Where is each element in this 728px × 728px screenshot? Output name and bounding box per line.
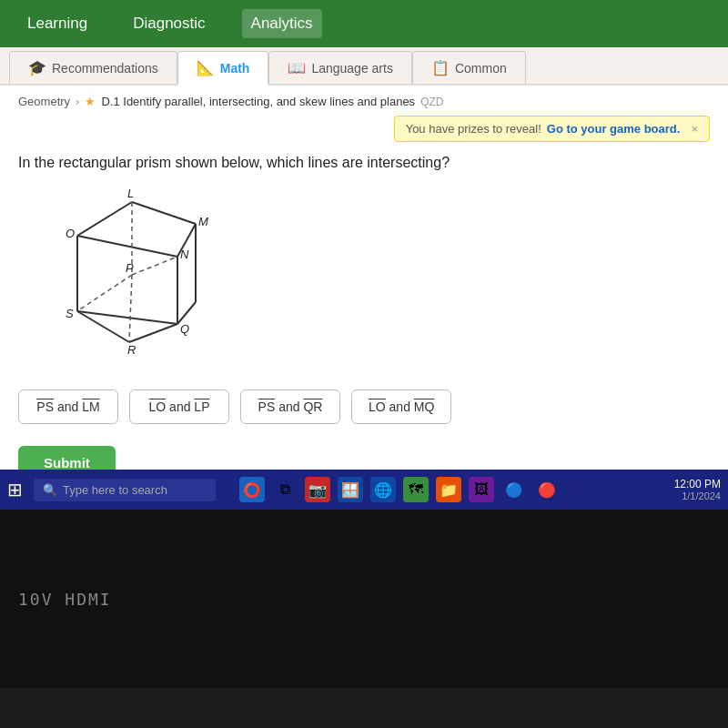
taskbar-chrome2[interactable]: 🔴 — [534, 477, 560, 502]
taskbar-icons: ⭕ ⧉ 📷 🪟 🌐 🗺 📁 🖼 🔵 🔴 — [239, 477, 560, 502]
tab-bar: 🎓 Recommendations 📐 Math 📖 Language arts… — [0, 47, 728, 86]
math-icon: 📐 — [197, 59, 215, 76]
answer-btn-a1[interactable]: PS and LM — [18, 389, 118, 424]
tab-language-arts[interactable]: 📖 Language arts — [268, 51, 412, 84]
nav-diagnostic[interactable]: Diagnostic — [124, 9, 214, 38]
taskbar-photos[interactable]: 🖼 — [469, 477, 494, 502]
breadcrumb-root: Geometry — [18, 95, 70, 108]
taskbar-edge[interactable]: 🌐 — [370, 477, 396, 502]
prism-diagram: L M O P N S Q R — [46, 186, 228, 368]
windows-start-icon[interactable]: ⊞ — [7, 479, 23, 500]
svg-line-13 — [132, 257, 177, 275]
tab-common[interactable]: 📋 Common — [412, 51, 526, 84]
svg-line-3 — [77, 202, 132, 236]
breadcrumb-sep: › — [76, 95, 79, 108]
prize-link[interactable]: Go to your game board. — [547, 122, 681, 136]
taskbar: ⊞ 🔍 Type here to search ⭕ ⧉ 📷 🪟 🌐 🗺 📁 🖼 … — [0, 470, 728, 510]
top-nav: Learning Diagnostic Analytics — [0, 0, 728, 47]
svg-line-10 — [77, 311, 129, 342]
svg-text:L: L — [127, 187, 134, 200]
nav-analytics[interactable]: Analytics — [242, 9, 322, 38]
svg-text:R: R — [127, 343, 136, 357]
prize-close[interactable]: × — [691, 122, 698, 136]
taskbar-cortana[interactable]: ⭕ — [239, 477, 265, 502]
answer-choices: PS and LM LO and LP PS and QR LO and MQ — [18, 389, 710, 424]
svg-text:M: M — [198, 215, 208, 228]
answer-btn-a2[interactable]: LO and LP — [129, 389, 229, 424]
taskbar-chrome[interactable]: 🔵 — [501, 477, 527, 502]
answer-btn-a3[interactable]: PS and QR — [240, 389, 340, 424]
taskbar-files[interactable]: 📁 — [436, 477, 461, 502]
tab-recommendations[interactable]: 🎓 Recommendations — [9, 51, 177, 84]
question-text: In the rectangular prism shown below, wh… — [18, 155, 710, 171]
bezel-text: 10V HDMI — [18, 590, 112, 609]
prize-banner: You have prizes to reveal! Go to your ga… — [394, 116, 710, 142]
breadcrumb-code: QZD — [420, 96, 443, 108]
svg-line-9 — [129, 324, 177, 342]
svg-text:O: O — [66, 227, 75, 240]
taskbar-store[interactable]: 🪟 — [338, 477, 363, 502]
language-arts-icon: 📖 — [288, 59, 306, 76]
svg-text:Q: Q — [180, 322, 189, 336]
svg-text:S: S — [66, 307, 74, 320]
breadcrumb-topic: D.1 Identify parallel, intersecting, and… — [101, 95, 415, 108]
search-icon: 🔍 — [43, 483, 57, 497]
svg-line-14 — [129, 275, 132, 342]
search-placeholder: Type here to search — [63, 483, 167, 497]
svg-text:N: N — [180, 248, 189, 261]
nav-learning[interactable]: Learning — [18, 9, 96, 38]
taskbar-right: 12:00 PM 1/1/2024 — [674, 478, 721, 501]
diagram-container: L M O P N S Q R — [18, 186, 710, 368]
tab-math[interactable]: 📐 Math — [177, 51, 269, 86]
laptop-bezel: 10V HDMI — [0, 510, 728, 688]
taskbar-search-bar[interactable]: 🔍 Type here to search — [34, 479, 216, 501]
taskbar-taskview[interactable]: ⧉ — [272, 477, 298, 502]
answer-btn-a4[interactable]: LO and MQ — [351, 389, 451, 424]
svg-line-4 — [132, 202, 196, 224]
taskbar-camera[interactable]: 📷 — [305, 477, 330, 502]
main-content: Geometry › ★ D.1 Identify parallel, inte… — [0, 86, 728, 510]
prize-text: You have prizes to reveal! — [406, 122, 541, 136]
svg-line-8 — [177, 302, 196, 324]
breadcrumb: Geometry › ★ D.1 Identify parallel, inte… — [18, 95, 710, 108]
breadcrumb-star: ★ — [85, 95, 96, 108]
svg-line-12 — [77, 275, 132, 311]
recommendations-icon: 🎓 — [28, 59, 46, 76]
svg-text:P: P — [126, 261, 134, 275]
svg-line-5 — [77, 236, 177, 257]
taskbar-maps[interactable]: 🗺 — [403, 477, 429, 502]
common-icon: 📋 — [431, 59, 450, 76]
svg-line-2 — [77, 311, 177, 324]
